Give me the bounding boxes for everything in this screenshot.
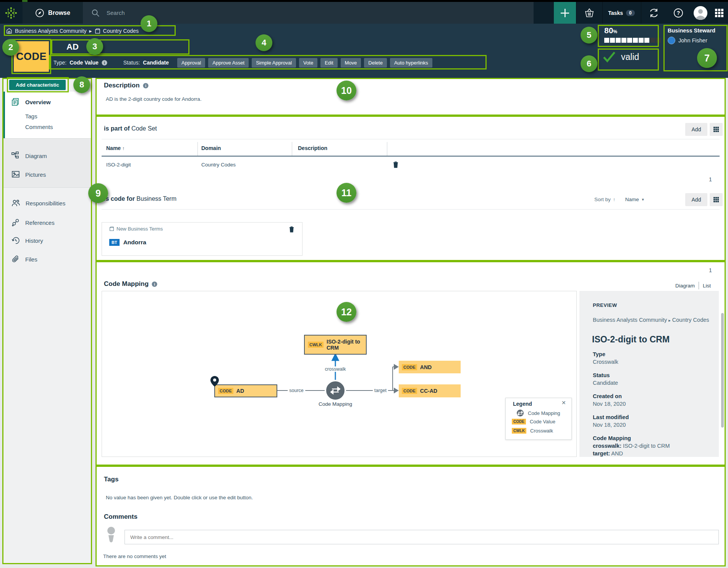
- data-basket-button[interactable]: [576, 2, 603, 24]
- search-input[interactable]: [106, 9, 450, 16]
- status-label: Status:: [123, 60, 140, 66]
- breadcrumb[interactable]: Business Analysts Community ▸ Country Co…: [6, 26, 139, 36]
- diagram-node-source[interactable]: CODE AD: [214, 384, 277, 397]
- info-icon[interactable]: i: [102, 60, 107, 66]
- sidebar-item-comments[interactable]: Comments: [25, 124, 53, 130]
- view-toggle-list[interactable]: List: [703, 283, 711, 289]
- business-term-heading: is code for Business Term: [104, 195, 176, 202]
- sort-dropdown-icon[interactable]: ▼: [641, 198, 645, 202]
- preview-scrollbar[interactable]: [721, 313, 724, 428]
- type-value: Code Value: [70, 60, 98, 66]
- completeness-bar: [604, 38, 661, 43]
- sidebar-item-responsibilities[interactable]: Responsibilities: [11, 199, 65, 207]
- comments-heading: Comments: [104, 513, 138, 521]
- type-label: Type:: [53, 60, 66, 66]
- add-business-term-button[interactable]: Add: [685, 193, 707, 206]
- info-icon[interactable]: i: [152, 281, 157, 287]
- sort-control[interactable]: Sort by ↑ Name ▼: [594, 197, 645, 202]
- preview-type-value: Crosswalk: [593, 359, 618, 365]
- preview-type-label: Type: [593, 351, 605, 357]
- description-body[interactable]: AD is the 2-digit country code for Andor…: [106, 96, 202, 102]
- sidebar-item-tags[interactable]: Tags: [25, 113, 37, 119]
- info-icon[interactable]: i: [143, 83, 149, 89]
- overview-doc-icon: [11, 98, 20, 106]
- check-icon: [603, 51, 616, 63]
- sidebar-item-history[interactable]: History: [11, 236, 43, 245]
- add-code-set-button[interactable]: Add: [685, 123, 707, 136]
- table-cell-name[interactable]: ISO-2-digit: [106, 162, 131, 168]
- sidebar-item-label: Responsibilities: [26, 200, 65, 207]
- business-term-name[interactable]: Andorra: [123, 239, 146, 246]
- delete-button[interactable]: Delete: [364, 58, 387, 68]
- sidebar-item-overview[interactable]: Overview: [11, 98, 51, 106]
- edge-label-target: target: [373, 388, 388, 393]
- domain-icon: [109, 226, 114, 231]
- trash-icon: [393, 161, 399, 168]
- create-asset-button[interactable]: [554, 2, 576, 24]
- diagram-node-target-ccad[interactable]: CODE CC-AD: [399, 384, 461, 397]
- code-set-table-options-button[interactable]: [710, 123, 723, 136]
- breadcrumb-separator: ▸: [89, 28, 92, 34]
- diagram-node-crosswalk[interactable]: CWLK ISO-2-digit to CRM: [304, 335, 367, 355]
- diagram-node-target-and[interactable]: CODE AND: [399, 361, 461, 373]
- column-header-name[interactable]: Name ↑: [106, 145, 125, 151]
- svg-text:i: i: [154, 282, 155, 286]
- sort-direction-icon[interactable]: ↑: [613, 197, 615, 202]
- app-switcher-button[interactable]: [710, 2, 728, 24]
- auto-hyperlinks-button[interactable]: Auto hyperlinks: [390, 58, 432, 68]
- preview-asset-name[interactable]: ISO-2-digit to CRM: [592, 334, 670, 345]
- basket-icon: [584, 8, 594, 18]
- tasks-count-badge: 0: [626, 10, 635, 16]
- tasks-button[interactable]: Tasks 0: [602, 2, 641, 24]
- steward-user[interactable]: John Fisher: [668, 37, 707, 44]
- code-mapping-heading: Code Mapping: [104, 280, 149, 288]
- comment-input[interactable]: [125, 530, 719, 544]
- sidebar-item-label: History: [25, 237, 43, 244]
- sidebar-item-label: Overview: [25, 99, 51, 105]
- preview-mapping-row2: target: AND: [593, 450, 623, 457]
- code-badge: CODE: [402, 388, 417, 394]
- sidebar-item-files[interactable]: Files: [11, 255, 37, 263]
- preview-mapping-row1: crosswalk: ISO-2-digit to CRM: [593, 443, 670, 449]
- user-menu-button[interactable]: [691, 2, 710, 24]
- sidebar-item-diagram[interactable]: Diagram: [11, 152, 47, 160]
- steward-avatar: [668, 37, 675, 44]
- column-header-domain[interactable]: Domain: [201, 145, 221, 151]
- breadcrumb-domain[interactable]: Country Codes: [103, 28, 139, 34]
- preview-breadcrumb[interactable]: Business Analysts Community ▸ Country Co…: [593, 316, 712, 324]
- card-domain-label[interactable]: New Business Terms: [116, 226, 163, 232]
- help-button[interactable]: ?: [666, 2, 691, 24]
- breadcrumb-community[interactable]: Business Analysts Community: [15, 28, 87, 34]
- card-delete-button[interactable]: [289, 226, 294, 232]
- sidebar-item-references[interactable]: References: [11, 218, 55, 227]
- asset-type-badge: CODE: [14, 41, 49, 72]
- global-search[interactable]: [83, 2, 534, 24]
- sidebar-item-pictures[interactable]: Pictures: [11, 170, 46, 179]
- sync-status-button[interactable]: [641, 2, 667, 24]
- vote-button[interactable]: Vote: [299, 58, 317, 68]
- table-cell-domain[interactable]: Country Codes: [201, 162, 236, 168]
- approval-button[interactable]: Approval: [177, 58, 205, 68]
- browse-button[interactable]: Browse: [23, 2, 83, 24]
- view-toggle-diagram[interactable]: Diagram: [675, 283, 695, 289]
- add-characteristic-button[interactable]: Add characteristic: [9, 80, 66, 90]
- diagram-node-code-mapping[interactable]: [325, 380, 346, 401]
- legend-close-icon[interactable]: ✕: [561, 400, 566, 406]
- business-term-row[interactable]: BT Andorra: [109, 239, 146, 246]
- description-heading: Description: [104, 82, 140, 89]
- simple-approval-button[interactable]: Simple Approval: [252, 58, 296, 68]
- tags-empty-text[interactable]: No value has been given yet. Double clic…: [106, 495, 253, 500]
- move-button[interactable]: Move: [341, 58, 361, 68]
- row-delete-button[interactable]: [393, 161, 399, 168]
- business-term-options-button[interactable]: [710, 193, 723, 206]
- sidebar-item-label: Files: [25, 256, 37, 263]
- history-icon: [11, 236, 20, 245]
- community-icon: [6, 28, 12, 34]
- approve-asset-button[interactable]: Approve Asset: [208, 58, 249, 68]
- avatar: [693, 6, 708, 20]
- node-label: AND: [420, 364, 432, 370]
- sort-field-value[interactable]: Name: [625, 197, 639, 202]
- column-header-description[interactable]: Description: [298, 145, 327, 151]
- collibra-logo[interactable]: [0, 2, 22, 24]
- edit-button[interactable]: Edit: [320, 58, 337, 68]
